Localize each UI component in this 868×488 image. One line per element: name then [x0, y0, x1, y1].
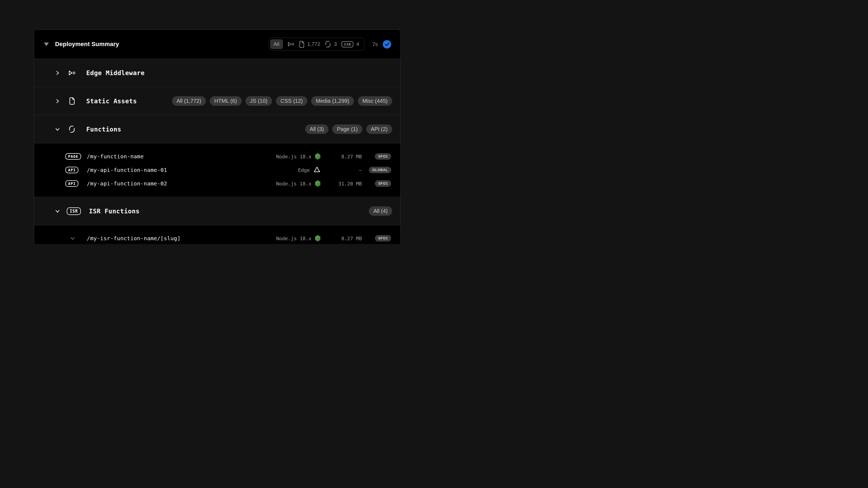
section-functions[interactable]: Functions All (3) Page (1) API (2)	[34, 115, 400, 143]
chevron-down-icon[interactable]	[55, 127, 60, 132]
summary-segmented-control: All	[269, 38, 364, 51]
success-check-icon	[383, 40, 391, 48]
filter-badges: All (1,772) HTML (6) JS (10) CSS (12) Me…	[172, 96, 392, 106]
panel-header: Deployment Summary All	[34, 30, 400, 59]
filter-pill[interactable]: All (4)	[369, 206, 392, 216]
functions-detail: PAGE /my-function-name Node.js 18.x 8.27…	[34, 143, 400, 197]
filter-pill[interactable]: CSS (12)	[276, 96, 307, 106]
function-size: 31.20 MB	[321, 181, 362, 187]
isr-function-row[interactable]: /my-isr-function-name/[slug] Node.js 18.…	[34, 231, 391, 244]
header-right: All	[269, 38, 391, 51]
chevron-down-icon[interactable]	[70, 236, 75, 241]
play-pause-icon	[68, 70, 76, 76]
region-badge: SFO1	[375, 153, 391, 160]
section-title: ISR Functions	[89, 208, 140, 215]
chevron-down-icon[interactable]	[55, 209, 60, 214]
functions-count: 3	[334, 41, 337, 47]
filter-pill[interactable]: HTML (6)	[210, 96, 242, 106]
function-size: 8.27 MB	[321, 236, 362, 241]
functions-segment[interactable]: 3	[325, 41, 337, 48]
function-size: —	[321, 167, 362, 173]
static-assets-segment[interactable]: 1,772	[299, 41, 320, 48]
isr-outline-badge: ISR	[341, 41, 353, 47]
function-hexagon-icon	[325, 41, 331, 48]
function-type-badge: API	[65, 180, 79, 187]
chevron-right-icon[interactable]	[55, 99, 60, 104]
runtime-cell: Node.js 18.x	[251, 180, 321, 187]
region-badge: SFO1	[375, 235, 391, 241]
chevron-right-icon[interactable]	[55, 70, 60, 75]
filter-all-segment[interactable]: All	[270, 39, 283, 49]
function-path: /my-isr-function-name/[slug]	[87, 235, 181, 241]
panel-title: Deployment Summary	[55, 41, 119, 48]
middleware-segment[interactable]	[287, 41, 294, 47]
runtime-label: Edge	[298, 167, 310, 173]
section-title: Edge Middleware	[86, 69, 145, 76]
deployment-summary-panel: Deployment Summary All	[34, 30, 401, 244]
function-type-badge: API	[65, 167, 79, 173]
function-row[interactable]: API /my-api-function-name-02 Node.js 18.…	[34, 177, 391, 190]
runtime-label: Node.js 18.x	[276, 236, 311, 241]
region-badge: GLOBAL	[369, 167, 391, 173]
build-duration: 7s	[372, 41, 378, 47]
filter-pill[interactable]: All (1,772)	[172, 96, 206, 106]
runtime-label: Node.js 18.x	[276, 154, 311, 159]
function-hexagon-icon	[68, 125, 76, 133]
edge-triangle-icon	[313, 166, 321, 174]
region-badge: SFO1	[375, 180, 391, 187]
section-edge-middleware[interactable]: Edge Middleware	[34, 59, 400, 87]
function-path: /my-function-name	[87, 153, 144, 160]
function-size: 8.27 MB	[321, 154, 362, 159]
filter-pill[interactable]: All (3)	[305, 124, 329, 134]
filter-badges: All (3) Page (1) API (2)	[305, 124, 392, 134]
filter-pill[interactable]: Page (1)	[332, 124, 362, 134]
section-title: Static Assets	[86, 98, 137, 105]
filter-pill[interactable]: Misc (445)	[358, 96, 392, 106]
node-hexagon-icon	[315, 180, 321, 187]
filter-pill[interactable]: API (2)	[366, 124, 392, 134]
isr-detail: /my-isr-function-name/[slug] Node.js 18.…	[34, 225, 400, 244]
filter-badges: All (4)	[369, 206, 392, 216]
function-row[interactable]: API /my-api-function-name-01 Edge — GLOB…	[34, 163, 391, 177]
runtime-label: Node.js 18.x	[276, 181, 311, 187]
file-icon	[299, 41, 305, 48]
function-path: /my-api-function-name-02	[87, 180, 167, 187]
section-static-assets[interactable]: Static Assets All (1,772) HTML (6) JS (1…	[34, 87, 400, 115]
collapse-triangle-icon[interactable]	[44, 42, 49, 46]
runtime-cell: Edge	[251, 166, 321, 174]
node-hexagon-icon	[315, 153, 321, 160]
function-row[interactable]: PAGE /my-function-name Node.js 18.x 8.27…	[34, 150, 391, 163]
section-title: Functions	[86, 126, 121, 133]
function-path: /my-api-function-name-01	[87, 167, 167, 173]
section-isr-functions[interactable]: ISR ISR Functions All (4)	[34, 197, 400, 225]
filter-pill[interactable]: Media (1,299)	[311, 96, 354, 106]
static-assets-count: 1,772	[307, 41, 320, 47]
isr-count: 4	[356, 41, 359, 47]
function-type-badge: PAGE	[65, 153, 81, 160]
isr-segment[interactable]: ISR 4	[341, 41, 359, 47]
file-icon	[68, 97, 76, 105]
isr-outline-badge: ISR	[67, 207, 81, 215]
deployment-summary-page: Deployment Summary All	[0, 0, 434, 244]
runtime-cell: Node.js 18.x	[251, 235, 321, 241]
node-hexagon-icon	[315, 235, 321, 241]
filter-pill[interactable]: JS (10)	[246, 96, 272, 106]
play-pause-icon	[287, 41, 294, 47]
runtime-cell: Node.js 18.x	[251, 153, 321, 160]
